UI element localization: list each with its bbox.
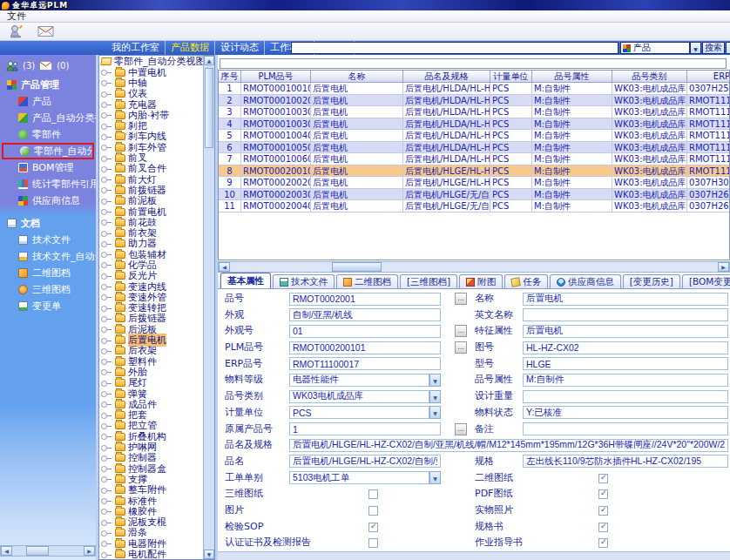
name-field[interactable] [523,293,728,306]
tree-vertical-scrollbar[interactable]: ▲ ▼ [203,56,214,559]
column-header[interactable]: 品号类别 [612,71,687,83]
tree-item[interactable]: 成品件 [99,399,204,409]
nav-tab[interactable]: 产品数据 [166,41,215,55]
product-name-field[interactable] [289,455,441,468]
tree-item[interactable]: 控制器盒 [99,463,204,474]
scrollbar-thumb[interactable] [26,546,49,556]
sidebar-item[interactable]: 供应商信息 [0,192,96,209]
expand-handle-icon[interactable] [101,101,112,108]
tree-item[interactable]: 塑料件 [99,356,204,367]
tree-item[interactable]: 外胎 [99,367,204,377]
sidebar-item[interactable]: 技术文件 [0,232,96,248]
sidebar-item[interactable]: 产品 [0,93,96,110]
detail-tab[interactable]: [变更历史] [623,274,680,288]
dropdown-button[interactable] [429,390,441,403]
tree-item[interactable]: 中轴 [99,78,204,88]
scrollbar-thumb[interactable] [332,262,382,272]
expand-handle-icon[interactable] [101,519,112,526]
table-row[interactable]: 2 RMOT000100201 后置电机 后置电机/HLDA/HL-HZ-CX.… [219,95,729,107]
expand-handle-icon[interactable] [101,487,112,494]
column-header[interactable]: 序号 [219,71,241,83]
remark-field[interactable] [523,422,728,435]
expand-handle-icon[interactable] [101,455,112,462]
checkbox[interactable] [598,523,608,532]
expand-handle-icon[interactable] [101,497,112,504]
expand-handle-icon[interactable] [101,444,112,451]
expand-handle-icon[interactable] [101,401,112,408]
tree-item[interactable]: 内胎·衬带 [99,110,204,120]
material-grade-select[interactable] [289,374,429,387]
detail-tab[interactable]: [BOM变更历史] [682,274,730,288]
dropdown-button[interactable] [429,406,441,419]
sidebar-item[interactable]: 零部件 [0,126,96,143]
expand-handle-icon[interactable] [101,380,112,387]
checkbox[interactable] [598,538,608,548]
drawing-no-field[interactable] [523,341,728,354]
checkbox[interactable] [368,538,378,548]
appearance-field[interactable] [289,308,441,321]
table-horizontal-scrollbar[interactable]: ◀ ▶ [218,261,730,273]
feature-attr-field[interactable] [523,325,728,338]
expand-handle-icon[interactable] [101,208,112,215]
model-field[interactable] [523,357,728,370]
table-row[interactable]: 3 RMOT000100301 后置电机 后置电机/HLDA/HL-HZ-CX.… [219,106,729,118]
expand-handle-icon[interactable] [101,91,112,98]
tree-item[interactable]: 刹车外管 [99,142,204,152]
expand-handle-icon[interactable] [101,251,112,258]
expand-handle-icon[interactable] [101,390,112,397]
checkbox[interactable] [368,489,378,499]
table-row[interactable]: 6 RMOT000100501 后置电机 后置电机/HLDA/HL-HZ-CX.… [219,142,729,154]
expand-handle-icon[interactable] [101,358,112,365]
nav-tab[interactable]: 设计动态 [215,41,265,55]
menu-file[interactable]: 文件 [0,10,33,23]
expand-handle-icon[interactable] [101,305,112,312]
table-row[interactable]: 1 RMOT000100101 后置电机 后置电机/HLDA/HL-HZ-CX.… [219,83,729,95]
column-header[interactable]: PLM品号 [241,71,311,83]
scroll-right-icon[interactable]: ▶ [84,546,95,556]
sidebar-item[interactable]: 产品_自动分类视图 [0,110,96,126]
table-row[interactable]: 8 RMOT000200101 后置电机 后置电机/HLGE/HL-HZ-CX.… [219,165,729,178]
expand-handle-icon[interactable] [101,198,112,205]
mail-button[interactable] [36,24,55,39]
detail-tab[interactable]: 基本属性 [220,273,271,288]
expand-handle-icon[interactable] [101,465,112,472]
drawing-2d-checkbox[interactable] [598,474,608,483]
expand-handle-icon[interactable] [101,230,112,237]
detail-tab[interactable]: [三维图档] [400,274,457,288]
detail-tab[interactable]: 供应商信息 [550,274,621,288]
expand-handle-icon[interactable] [101,186,112,193]
table-row[interactable]: 10 RMOT000200301 后置电机 后置电机/HLGE/无/自制/亚..… [219,189,729,201]
expand-handle-icon[interactable] [101,293,112,300]
more-button[interactable]: ... [455,293,467,305]
appearance-no-field[interactable] [289,325,441,338]
sidebar-mail-icon[interactable] [39,61,52,71]
sidebar-item[interactable]: 统计零部件引用次数 [0,176,96,192]
erp-no-field[interactable] [289,357,441,370]
origin-product-field[interactable] [289,422,441,435]
dropdown-button[interactable] [429,471,441,484]
expand-handle-icon[interactable] [101,508,112,515]
tree-item[interactable]: 中置电机 [99,67,204,78]
scroll-left-icon[interactable]: ◀ [1,546,12,556]
column-header[interactable]: 品名及规格 [403,71,490,83]
sidebar-group-header[interactable]: 文档 [0,214,96,232]
quick-filter-input[interactable] [220,58,727,69]
search-scope-combo[interactable]: 产品 [620,42,690,54]
tree-item[interactable]: 尾灯 [99,378,204,388]
sidebar-group-header[interactable]: 产品管理 [0,76,96,93]
sidebar-item[interactable]: BOM管理 [0,159,96,176]
sidebar-horizontal-scrollbar[interactable]: ◀ ▶ [0,545,96,557]
dropdown-button[interactable] [429,374,441,387]
spec-field[interactable] [523,455,728,468]
sidebar-item[interactable]: 变更单 [0,298,96,314]
advanced-search-button[interactable]: 高 [726,42,730,54]
expand-handle-icon[interactable] [101,433,112,440]
scope-dropdown-button[interactable] [690,42,701,54]
more-button[interactable]: ... [455,341,467,354]
table-row[interactable]: 5 RMOT000100401 后置电机 后置电机/HLDA/HL-HZ-CX.… [219,130,729,142]
scroll-right-icon[interactable]: ▶ [718,262,729,272]
checkbox[interactable] [368,523,378,532]
expand-handle-icon[interactable] [101,155,112,162]
expand-handle-icon[interactable] [101,79,112,86]
nav-tab[interactable]: 我的工作室 [106,41,166,55]
